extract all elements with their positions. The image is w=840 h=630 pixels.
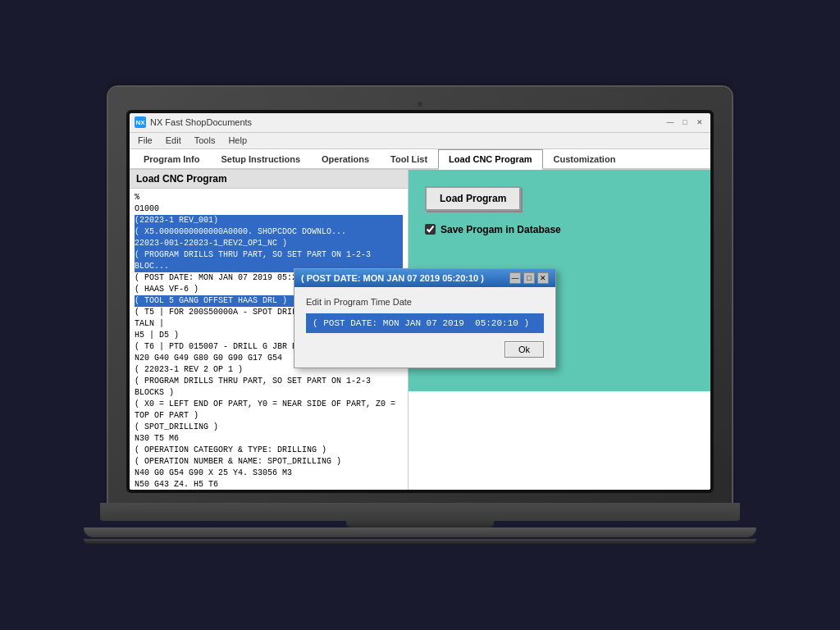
dialog-input-label: Edit in Program Time Date — [306, 297, 544, 307]
dialog-minimize-button[interactable]: — — [509, 272, 521, 284]
laptop-base — [100, 503, 740, 521]
dialog-box: ( POST DATE: MON JAN 07 2019 05:20:10 ) … — [294, 268, 556, 368]
tab-operations[interactable]: Operations — [311, 149, 380, 168]
minimize-button[interactable]: — — [664, 116, 676, 128]
tab-tool-list[interactable]: Tool List — [380, 149, 438, 168]
code-line: ( X5.0000000000000A0000. SHOPCDOC DOWNLO… — [135, 226, 403, 238]
dialog-close-button[interactable]: ✕ — [537, 272, 549, 284]
code-line: TOP OF PART ) — [135, 410, 403, 422]
dialog-ok-row: Ok — [306, 341, 544, 358]
save-checkbox-row: Save Progam in Database — [425, 224, 561, 235]
menu-tools[interactable]: Tools — [193, 135, 217, 145]
code-line: ( SPOT_DRILLING ) — [135, 422, 403, 433]
dialog-date-input[interactable] — [306, 313, 544, 333]
tab-load-cnc-program[interactable]: Load CNC Program — [438, 149, 542, 170]
load-program-button[interactable]: Load Program — [425, 186, 521, 211]
camera-dot — [418, 102, 422, 107]
app-icon: NX — [135, 116, 146, 128]
close-button[interactable]: ✕ — [694, 116, 705, 128]
screen-content: NX NX Fast ShopDocuments — □ ✕ File — [130, 113, 710, 490]
code-line: % — [135, 192, 403, 203]
title-bar: NX NX Fast ShopDocuments — □ ✕ — [130, 113, 710, 133]
save-database-label: Save Progam in Database — [441, 224, 561, 235]
code-line: N30 T5 M6 — [135, 433, 403, 445]
nav-tabs: Program Info Setup Instructions Operatio… — [130, 149, 710, 170]
laptop-shell: NX NX Fast ShopDocuments — □ ✕ File — [100, 87, 740, 544]
code-line: ( OPERATION CATEGORY & TYPE: DRILLING ) — [135, 445, 403, 456]
dialog-title-text: ( POST DATE: MON JAN 07 2019 05:20:10 ) — [301, 273, 484, 283]
tab-customization[interactable]: Customization — [543, 149, 627, 168]
main-content: Load CNC Program % O1000 (22023-1 REV_00… — [130, 170, 710, 490]
right-bottom-area — [409, 391, 710, 490]
code-line: ( PROGRAM DRILLS THRU PART, SO SET PART … — [135, 376, 403, 387]
code-line: BLOCKS ) — [135, 387, 403, 399]
menu-help[interactable]: Help — [226, 135, 249, 145]
panel-title: Load CNC Program — [130, 170, 408, 189]
code-line: ( X0 = LEFT END OF PART, Y0 = NEAR SIDE … — [135, 399, 403, 410]
tab-program-info[interactable]: Program Info — [133, 149, 210, 168]
dialog-ok-button[interactable]: Ok — [504, 341, 544, 358]
window-title: NX Fast ShopDocuments — [150, 117, 252, 127]
dialog-content: Edit in Program Time Date Ok — [294, 287, 555, 368]
window-controls: — □ ✕ — [664, 116, 705, 128]
dialog-controls: — □ ✕ — [509, 272, 549, 284]
code-line: (22023-1 REV_001) — [135, 215, 403, 226]
dialog-maximize-button[interactable]: □ — [523, 272, 535, 284]
screen-shell: NX NX Fast ShopDocuments — □ ✕ File — [108, 87, 732, 503]
code-line: 22023-001-22023-1_REV2_OP1_NC ) — [135, 238, 403, 249]
title-bar-left: NX NX Fast ShopDocuments — [135, 116, 252, 128]
menu-edit[interactable]: Edit — [164, 135, 183, 145]
save-database-checkbox[interactable] — [425, 224, 436, 235]
code-line: O1000 — [135, 203, 403, 215]
code-line: ( OPERATION NUMBER & NAME: SPOT_DRILLING… — [135, 456, 403, 468]
dialog-title-bar: ( POST DATE: MON JAN 07 2019 05:20:10 ) … — [294, 269, 555, 287]
tab-setup-instructions[interactable]: Setup Instructions — [210, 149, 311, 168]
code-line: N50 G43 Z4. H5 T6 — [135, 479, 403, 490]
code-line: N40 G0 G54 G90 X 25 Y4. S3056 M3 — [135, 468, 403, 479]
app-window: NX NX Fast ShopDocuments — □ ✕ File — [130, 113, 710, 490]
laptop-foot — [84, 539, 756, 544]
menu-bar: File Edit Tools Help — [130, 133, 710, 149]
maximize-button[interactable]: □ — [679, 116, 691, 128]
menu-file[interactable]: File — [136, 135, 154, 145]
laptop-stand — [84, 527, 756, 537]
screen-bezel: NX NX Fast ShopDocuments — □ ✕ File — [126, 110, 714, 493]
